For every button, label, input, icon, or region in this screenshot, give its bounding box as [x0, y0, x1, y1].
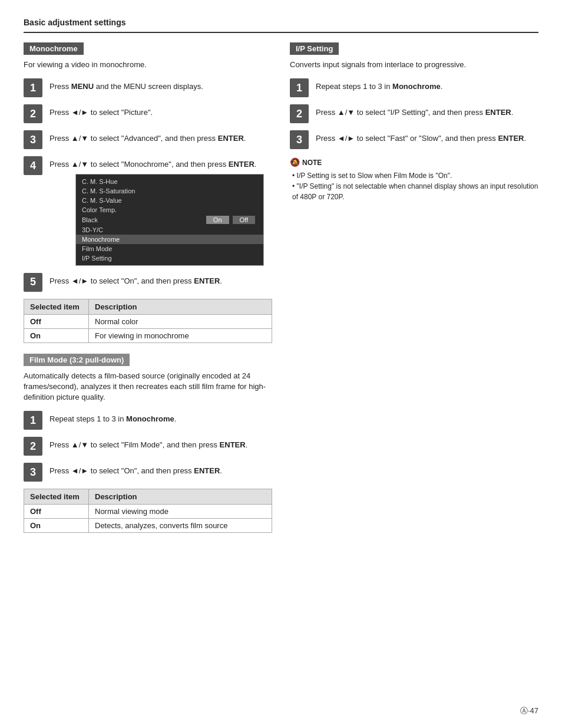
- right-column: I/P Setting Converts input signals from …: [290, 42, 538, 543]
- monochrome-row2-desc: For viewing in monochrome: [89, 328, 272, 342]
- step-number-5: 5: [24, 273, 42, 292]
- film-row1-item: Off: [24, 505, 89, 519]
- note-item-1: I/P Setting is set to Slow when Film Mod…: [292, 170, 538, 181]
- film-mode-desc: Automatically detects a film-based sourc…: [24, 371, 272, 403]
- film-step-number-1: 1: [24, 411, 42, 430]
- monochrome-desc: For viewing a video in monochrome.: [24, 60, 272, 70]
- ip-step-1: 1 Repeat steps 1 to 3 in Monochrome.: [290, 78, 538, 97]
- ip-step-3: 3 Press ◄/► to select "Fast" or "Slow", …: [290, 130, 538, 149]
- note-item-2: "I/P Setting" is not selectable when cha…: [292, 181, 538, 202]
- step-text-4: Press ▲/▼ to select "Monochrome", and th…: [49, 156, 272, 170]
- monochrome-step-4: 4 Press ▲/▼ to select "Monochrome", and …: [24, 156, 272, 266]
- monochrome-step-2: 2 Press ◄/► to select "Picture".: [24, 104, 272, 123]
- section-divider: [24, 32, 538, 33]
- menu-screenshot: C. M. S-Hue C. M. S-Saturation C. M. S-V…: [75, 174, 264, 266]
- main-content: Monochrome For viewing a video in monoch…: [24, 42, 538, 543]
- ip-setting-desc: Converts input signals from interlace to…: [290, 60, 538, 70]
- step-text-2: Press ◄/► to select "Picture".: [49, 104, 153, 118]
- menu-item-cms-hue: C. M. S-Hue: [76, 177, 263, 186]
- menu-item-list: C. M. S-Hue C. M. S-Saturation C. M. S-V…: [76, 174, 263, 265]
- ip-step-text-3: Press ◄/► to select "Fast" or "Slow", an…: [316, 130, 526, 144]
- menu-item-monochrome: Monochrome: [76, 235, 263, 244]
- monochrome-step-5: 5 Press ◄/► to select "On", and then pre…: [24, 273, 272, 292]
- menu-item-colortemp: Color Temp.: [76, 205, 263, 215]
- note-list: I/P Setting is set to Slow when Film Mod…: [290, 170, 538, 202]
- film-step-text-2: Press ▲/▼ to select "Film Mode", and the…: [49, 437, 247, 451]
- note-header: 🔕 NOTE: [290, 156, 538, 169]
- step-number-2: 2: [24, 104, 42, 123]
- monochrome-table-col1: Selected item: [24, 299, 89, 314]
- film-step-number-3: 3: [24, 463, 42, 482]
- menu-item-ipsetting: I/P Setting: [76, 253, 263, 263]
- step-number-3: 3: [24, 130, 42, 149]
- ip-step-number-1: 1: [290, 78, 309, 97]
- ip-step-2: 2 Press ▲/▼ to select "I/P Setting", and…: [290, 104, 538, 123]
- monochrome-section: Monochrome For viewing a video in monoch…: [24, 42, 272, 343]
- film-step-number-2: 2: [24, 437, 42, 456]
- monochrome-step-1: 1 Press MENU and the MENU screen display…: [24, 78, 272, 97]
- ip-setting-title: I/P Setting: [290, 42, 339, 55]
- film-step-2: 2 Press ▲/▼ to select "Film Mode", and t…: [24, 437, 272, 456]
- step-text-3: Press ▲/▼ to select "Advanced", and then…: [49, 130, 246, 144]
- menu-item-cms-sat: C. M. S-Saturation: [76, 186, 263, 196]
- table-row: On Detects, analyzes, converts film sour…: [24, 519, 272, 533]
- table-row: Off Normal color: [24, 314, 272, 328]
- film-step-3: 3 Press ◄/► to select "On", and then pre…: [24, 463, 272, 482]
- menu-item-black: Black On Off: [76, 215, 263, 225]
- table-row: Off Normal viewing mode: [24, 505, 272, 519]
- menu-item-filmmode: Film Mode: [76, 244, 263, 253]
- ip-step-number-2: 2: [290, 104, 309, 123]
- film-row1-desc: Normal viewing mode: [89, 505, 272, 519]
- film-step-text-1: Repeat steps 1 to 3 in Monochrome.: [49, 411, 176, 425]
- note-icon: 🔕: [290, 156, 300, 169]
- monochrome-row1-desc: Normal color: [89, 314, 272, 328]
- film-step-1: 1 Repeat steps 1 to 3 in Monochrome.: [24, 411, 272, 430]
- table-row: On For viewing in monochrome: [24, 328, 272, 342]
- menu-item-cms-val: C. M. S-Value: [76, 196, 263, 205]
- monochrome-row1-item: Off: [24, 314, 89, 328]
- film-mode-table: Selected item Description Off Normal vie…: [24, 489, 272, 533]
- monochrome-row2-item: On: [24, 328, 89, 342]
- ip-setting-section: I/P Setting Converts input signals from …: [290, 42, 538, 202]
- left-column: Monochrome For viewing a video in monoch…: [24, 42, 272, 543]
- step-number-4: 4: [24, 156, 42, 175]
- ip-step-number-3: 3: [290, 130, 309, 149]
- note-label: NOTE: [302, 157, 322, 168]
- film-row2-item: On: [24, 519, 89, 533]
- ip-step-text-1: Repeat steps 1 to 3 in Monochrome.: [316, 78, 442, 93]
- ip-step-text-2: Press ▲/▼ to select "I/P Setting", and t…: [316, 104, 513, 118]
- note-box: 🔕 NOTE I/P Setting is set to Slow when F…: [290, 156, 538, 202]
- page-title: Basic adjustment settings: [24, 18, 538, 27]
- monochrome-title: Monochrome: [24, 42, 84, 55]
- step-text-1: Press MENU and the MENU screen displays.: [49, 78, 203, 93]
- step-number-1: 1: [24, 78, 42, 97]
- film-mode-section: Film Mode (3:2 pull-down) Automatically …: [24, 354, 272, 533]
- menu-item-3dyc: 3D-Y/C: [76, 225, 263, 235]
- film-table-col2: Description: [89, 489, 272, 505]
- page-number: Ⓐ·47: [520, 706, 538, 716]
- film-table-col1: Selected item: [24, 489, 89, 505]
- film-row2-desc: Detects, analyzes, converts film source: [89, 519, 272, 533]
- film-mode-title: Film Mode (3:2 pull-down): [24, 354, 130, 366]
- monochrome-table: Selected item Description Off Normal col…: [24, 299, 272, 343]
- monochrome-table-col2: Description: [89, 299, 272, 314]
- step-text-5: Press ◄/► to select "On", and then press…: [49, 273, 222, 287]
- film-step-text-3: Press ◄/► to select "On", and then press…: [49, 463, 222, 477]
- monochrome-step-3: 3 Press ▲/▼ to select "Advanced", and th…: [24, 130, 272, 149]
